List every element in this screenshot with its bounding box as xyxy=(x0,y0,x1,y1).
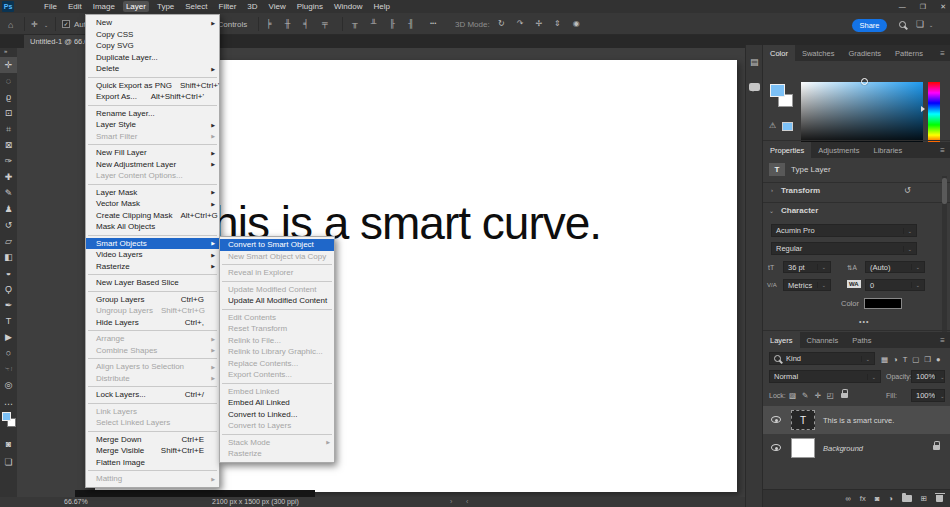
history-brush-tool[interactable]: ↺ xyxy=(0,217,17,233)
panel-foreground-swatch[interactable] xyxy=(770,84,785,97)
filter-type-layers-icon[interactable]: T xyxy=(903,355,908,364)
menu-item[interactable]: Layer Style ▶ xyxy=(86,119,219,131)
menu-item[interactable]: New Fill Layer ▶ xyxy=(86,147,219,159)
menu-item[interactable]: Lock Layers... Ctrl+/ xyxy=(86,389,219,401)
menubar-item[interactable]: Image xyxy=(90,1,118,12)
menu-item[interactable]: Video Layers ▶ xyxy=(86,249,219,261)
camera-3d-icon[interactable]: ◉ xyxy=(573,19,580,28)
panel-tab[interactable]: Paths xyxy=(845,332,878,348)
panel-tab[interactable]: Layers xyxy=(763,332,800,348)
panel-tab[interactable]: Properties xyxy=(763,142,811,158)
menu-item[interactable]: Layer Content Options... xyxy=(86,170,219,182)
lock-position-icon[interactable]: ✛ xyxy=(814,391,820,400)
hue-slider-arrow-icon[interactable] xyxy=(921,106,925,112)
panel-tab[interactable]: Libraries xyxy=(866,142,909,158)
healing-brush-tool[interactable]: ✚ xyxy=(0,169,17,185)
type-layer-thumbnail[interactable]: T xyxy=(791,410,815,430)
menu-item[interactable]: Convert to Smart Object xyxy=(220,239,334,251)
panel-tab[interactable]: Color xyxy=(763,45,795,61)
pen-tool[interactable]: ✒ xyxy=(0,297,17,313)
layer-row-text[interactable]: T This is a smart curve. xyxy=(763,406,950,434)
eraser-tool[interactable]: ▱ xyxy=(0,233,17,249)
menubar-item[interactable]: Type xyxy=(154,1,177,12)
workspace-icon[interactable]: ❏ xyxy=(916,19,924,29)
dodge-tool[interactable]: Ϙ xyxy=(0,281,17,297)
menu-item[interactable]: New Smart Object via Copy xyxy=(220,251,334,263)
menu-item[interactable]: Update Modified Content xyxy=(220,284,334,296)
menu-item[interactable] xyxy=(86,328,219,333)
reset-transform-icon[interactable]: ↺ xyxy=(904,186,911,195)
menu-item[interactable] xyxy=(86,384,219,389)
filter-adjustment-layers-icon[interactable]: ◑ xyxy=(893,355,898,364)
share-button[interactable]: Share xyxy=(852,19,887,32)
menu-item[interactable]: Group Layers Ctrl+G xyxy=(86,294,219,306)
align-center-h-icon[interactable]: ╫ xyxy=(285,19,291,28)
delete-layer-icon[interactable] xyxy=(936,495,943,502)
object-selection-tool[interactable]: ⊡ xyxy=(0,105,17,121)
more-align-options-icon[interactable]: ••• xyxy=(430,20,436,26)
menu-item[interactable]: Matting ▶ xyxy=(86,473,219,485)
menubar-item[interactable]: Filter xyxy=(216,1,240,12)
menu-item[interactable] xyxy=(86,272,219,277)
menu-item[interactable]: Export As... Alt+Shift+Ctrl+' xyxy=(86,91,219,103)
menu-item[interactable]: New Adjustment Layer ▶ xyxy=(86,159,219,171)
tracking-select[interactable]: 0 ⌄ xyxy=(865,279,925,291)
menubar-item[interactable]: Help xyxy=(370,1,392,12)
menubar-item[interactable]: Layer xyxy=(123,1,149,12)
type-tool[interactable]: T xyxy=(0,313,17,329)
new-adjustment-layer-icon[interactable]: ◑ xyxy=(888,494,893,503)
lock-all-icon[interactable] xyxy=(841,393,848,398)
auto-select-checkbox[interactable] xyxy=(62,20,70,28)
zoom-tool[interactable]: ◎ xyxy=(0,377,17,393)
menu-item[interactable] xyxy=(86,289,219,294)
menu-item[interactable]: Ungroup Layers Shift+Ctrl+G xyxy=(86,305,219,317)
leading-select[interactable]: (Auto) ⌄ xyxy=(865,261,925,273)
menubar-item[interactable]: Window xyxy=(331,1,365,12)
history-panel-icon[interactable]: ▤ xyxy=(750,57,759,67)
menu-item[interactable]: Delete ▶ xyxy=(86,63,219,75)
menu-item[interactable]: Reset Transform xyxy=(220,323,334,335)
filter-smart-objects-icon[interactable]: ❐ xyxy=(924,355,931,364)
menu-item[interactable] xyxy=(220,279,334,284)
transform-caret-icon[interactable]: › xyxy=(771,187,773,193)
menu-item[interactable]: Rename Layer... xyxy=(86,108,219,120)
background-layer-thumbnail[interactable] xyxy=(791,438,815,458)
menu-item[interactable]: Relink to File... xyxy=(220,335,334,347)
menu-item[interactable]: Smart Objects ▶ xyxy=(86,238,219,250)
menu-item[interactable]: Flatten Image xyxy=(86,457,219,469)
pan-3d-icon[interactable]: ✢ xyxy=(535,19,542,28)
menu-item[interactable]: Stack Mode ▶ xyxy=(220,437,334,449)
minimize-button[interactable]: — xyxy=(899,3,906,10)
menu-item[interactable]: Vector Mask ▶ xyxy=(86,198,219,210)
filter-toggle-icon[interactable]: ● xyxy=(936,355,941,364)
menu-item[interactable] xyxy=(86,429,219,434)
more-options-icon[interactable]: ••• xyxy=(859,318,869,325)
align-top-icon[interactable]: ╤ xyxy=(322,19,328,28)
shape-tool[interactable]: ○ xyxy=(0,345,17,361)
menubar-item[interactable]: View xyxy=(266,1,289,12)
menu-item[interactable]: Replace Contents... xyxy=(220,358,334,370)
menubar-item[interactable]: Plugins xyxy=(294,1,326,12)
orbit-3d-icon[interactable]: ↻ xyxy=(498,19,505,28)
menu-item[interactable]: Arrange ▶ xyxy=(86,333,219,345)
menu-item[interactable]: Mask All Objects xyxy=(86,221,219,233)
menu-item[interactable]: New ▶ xyxy=(86,17,219,29)
menubar-item[interactable]: Select xyxy=(182,1,210,12)
menu-item[interactable]: Combine Shapes ▶ xyxy=(86,345,219,357)
menubar-item[interactable]: Edit xyxy=(65,1,85,12)
distribute-left-icon[interactable]: ╟ xyxy=(389,19,395,28)
menu-item[interactable]: Copy SVG xyxy=(86,40,219,52)
lock-pixels-icon[interactable]: ✎ xyxy=(802,391,808,400)
frame-tool[interactable]: ⊠ xyxy=(0,137,17,153)
layer-row-background[interactable]: Background xyxy=(763,434,950,462)
menu-item[interactable]: Edit Contents xyxy=(220,312,334,324)
font-size-select[interactable]: 36 pt ⌄ xyxy=(783,261,831,273)
zoom-level-field[interactable]: 66.67% xyxy=(64,498,88,505)
screen-mode-button[interactable]: ❏ xyxy=(0,454,17,470)
fill-field[interactable]: 100% ⌄ xyxy=(911,389,945,402)
menu-item[interactable]: Smart Filter ▶ xyxy=(86,131,219,143)
opacity-field[interactable]: 100% ⌄ xyxy=(911,370,945,383)
menu-item[interactable]: Update All Modified Content xyxy=(220,295,334,307)
lasso-tool[interactable]: ϱ xyxy=(0,89,17,105)
menu-item[interactable] xyxy=(220,381,334,386)
